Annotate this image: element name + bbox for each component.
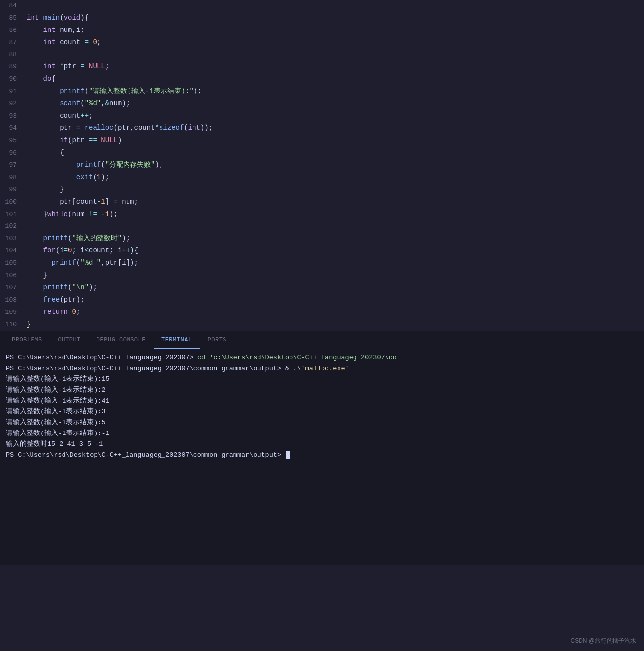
code-line-91: 91 printf("请输入整数(输入-1表示结束):");: [0, 85, 644, 97]
code-line-109: 109 return 0;: [0, 306, 644, 318]
tab-debug-console[interactable]: DEBUG CONSOLE: [89, 331, 154, 349]
code-line-93: 93 count++;: [0, 110, 644, 122]
code-line-95: 95 if(ptr == NULL): [0, 134, 644, 147]
code-line-85: 85 int main(void){: [0, 12, 644, 24]
code-line-99: 99 }: [0, 184, 644, 196]
code-line-104: 104 for(i=0; i<count; i++){: [0, 245, 644, 257]
code-line-105: 105 printf("%d ",ptr[i]);: [0, 257, 644, 269]
terminal-line-9: 输入的整数时15 2 41 3 5 -1: [6, 439, 638, 450]
code-line-100: 100 ptr[count-1] = num;: [0, 196, 644, 208]
code-line-97: 97 printf("分配内存失败");: [0, 159, 644, 171]
code-line-102: 102: [0, 220, 644, 232]
terminal-line-2: PS C:\Users\rsd\Desktop\C-C++_languageg_…: [6, 363, 638, 374]
terminal-line-5: 请输入整数(输入-1表示结束):41: [6, 396, 638, 406]
terminal-line-8: 请输入整数(输入-1表示结束):-1: [6, 428, 638, 439]
code-line-103: 103 printf("输入的整数时");: [0, 232, 644, 245]
code-line-110: 110 }: [0, 318, 644, 331]
tab-problems[interactable]: PROBLEMS: [4, 331, 50, 349]
terminal-line-4: 请输入整数(输入-1表示结束):2: [6, 385, 638, 396]
code-line-89: 89 int *ptr = NULL;: [0, 61, 644, 73]
code-line-90: 90 do{: [0, 73, 644, 85]
code-line-101: 101 }while(num != -1);: [0, 208, 644, 220]
panel-tabs: PROBLEMS OUTPUT DEBUG CONSOLE TERMINAL P…: [0, 331, 644, 348]
code-line-106: 106 }: [0, 269, 644, 281]
code-line-92: 92 scanf("%d",&num);: [0, 97, 644, 110]
terminal-line-7: 请输入整数(输入-1表示结束):5: [6, 417, 638, 428]
terminal-line-6: 请输入整数(输入-1表示结束):3: [6, 406, 638, 417]
code-line-84: 84: [0, 0, 644, 12]
code-line-108: 108 free(ptr);: [0, 294, 644, 306]
tab-ports[interactable]: PORTS: [200, 331, 235, 349]
tab-terminal[interactable]: TERMINAL: [154, 331, 200, 349]
terminal-line-3: 请输入整数(输入-1表示结束):15: [6, 374, 638, 385]
code-line-88: 88: [0, 49, 644, 61]
terminal-area[interactable]: PS C:\Users\rsd\Desktop\C-C++_languageg_…: [0, 348, 644, 565]
code-line-98: 98 exit(1);: [0, 171, 644, 184]
code-line-86: 86 int num,i;: [0, 24, 644, 36]
watermark: CSDN @旅行的橘子汽水: [570, 637, 636, 645]
terminal-line-10: PS C:\Users\rsd\Desktop\C-C++_languageg_…: [6, 450, 638, 461]
code-container: 84 85 int main(void){ 86 int num,i; 87 i…: [0, 0, 644, 331]
editor-area: 84 85 int main(void){ 86 int num,i; 87 i…: [0, 0, 644, 331]
code-line-96: 96 {: [0, 147, 644, 159]
code-line-87: 87 int count = 0;: [0, 36, 644, 49]
tab-output[interactable]: OUTPUT: [50, 331, 89, 349]
terminal-line-1: PS C:\Users\rsd\Desktop\C-C++_languageg_…: [6, 352, 638, 363]
code-line-94: 94 ptr = realloc(ptr,count*sizeof(int));: [0, 122, 644, 134]
code-line-107: 107 printf("\n");: [0, 281, 644, 294]
